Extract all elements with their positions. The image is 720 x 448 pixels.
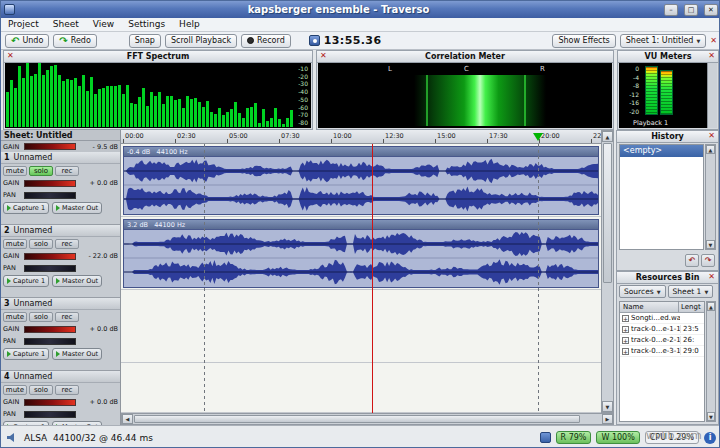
track-lane-3[interactable] <box>121 290 601 363</box>
solo-button[interactable]: solo <box>29 312 53 322</box>
window-titlebar[interactable]: kapsberger ensemble - Traverso – □ ✕ <box>1 1 720 18</box>
track-title-bar[interactable]: 3 Unnamed <box>1 298 120 310</box>
expander-icon[interactable]: + <box>622 326 629 333</box>
audio-clip[interactable]: 3.2 dB 44100 Hz <box>123 219 599 288</box>
rec-button[interactable]: rec <box>55 312 79 322</box>
scroll-up-icon[interactable]: ▲ <box>707 302 715 311</box>
record-button[interactable]: Record <box>241 34 291 48</box>
resources-scrollbar[interactable]: ▲ ▼ <box>706 301 716 422</box>
vertical-scroll-thumb[interactable] <box>603 143 612 283</box>
track-header-panel[interactable]: 3 Unnamed mute solo rec GAIN + 0.0 dB PA… <box>1 298 120 371</box>
expander-icon[interactable]: + <box>622 348 629 355</box>
undo-button[interactable]: ↶ Undo <box>5 34 49 48</box>
track-lane-1[interactable]: -0.4 dB 44100 Hz <box>121 144 601 217</box>
close-button[interactable]: ✕ <box>704 4 718 16</box>
correlation-close-icon[interactable]: ✕ <box>320 52 327 60</box>
output-bus-button[interactable]: Master Out <box>52 275 102 287</box>
scroll-down-icon[interactable]: ▼ <box>707 412 715 421</box>
history-panel-titlebar[interactable]: History ✕ <box>617 131 718 143</box>
pan-slider[interactable] <box>24 338 76 345</box>
rec-button[interactable]: rec <box>55 385 79 395</box>
rec-button[interactable]: rec <box>55 239 79 249</box>
minimize-button[interactable]: – <box>664 4 678 16</box>
scroll-down-icon[interactable]: ▼ <box>706 240 715 249</box>
maximize-button[interactable]: □ <box>684 4 698 16</box>
resources-panel-titlebar[interactable]: Resources Bin ✕ <box>617 272 718 284</box>
play-start-marker-icon[interactable] <box>533 133 543 141</box>
resources-close-icon[interactable]: ✕ <box>708 273 715 281</box>
tracks-vertical-scrollbar[interactable]: ▲ ▼ <box>601 130 614 413</box>
sheet-dropdown[interactable]: Sheet 1 ▼ <box>668 285 714 298</box>
resource-row[interactable]: + track-0...e-2-118 26: <box>620 335 704 346</box>
scroll-up-icon[interactable]: ▲ <box>706 145 715 154</box>
playhead-cursor[interactable] <box>372 144 373 413</box>
track-header-panel[interactable]: 4 Unnamed mute solo rec GAIN + 0.0 dB PA… <box>1 371 120 425</box>
history-list[interactable]: <empty> <box>619 144 704 250</box>
track-title-bar[interactable]: 1 Unnamed <box>1 152 120 164</box>
solo-button[interactable]: solo <box>29 166 53 176</box>
info-icon[interactable]: i <box>704 432 716 444</box>
resource-row[interactable]: + Songti...ed.wav <box>620 313 704 324</box>
history-scrollbar[interactable]: ▲ ▼ <box>705 144 716 250</box>
sheet-gain-slider[interactable] <box>24 143 76 150</box>
redo-button[interactable]: ↷ Redo <box>53 34 96 48</box>
show-effects-button[interactable]: Show Effects <box>552 34 615 48</box>
vu-scrollbar[interactable] <box>707 63 717 128</box>
input-bus-button[interactable]: Capture 1 <box>3 202 49 214</box>
scroll-up-icon[interactable]: ▲ <box>602 131 613 142</box>
rec-button[interactable]: rec <box>55 166 79 176</box>
menu-item-project[interactable]: Project <box>1 18 46 31</box>
sheet-selector[interactable]: Sheet 1: Untitled ▼ <box>620 34 707 48</box>
menu-item-sheet[interactable]: Sheet <box>46 18 86 31</box>
track-lane-4[interactable] <box>121 363 601 413</box>
correlation-panel-titlebar[interactable]: ✕ Correlation Meter <box>317 51 613 63</box>
gain-slider[interactable] <box>24 399 76 406</box>
scroll-playback-button[interactable]: Scroll Playback <box>165 34 237 48</box>
gain-slider[interactable] <box>24 326 76 333</box>
resources-table[interactable]: Name Lengt + Songti...ed.wav + track-0..… <box>619 301 705 422</box>
menu-item-settings[interactable]: Settings <box>121 18 172 31</box>
track-header-panel[interactable]: 1 Unnamed mute solo rec GAIN + 0.0 dB PA… <box>1 152 120 225</box>
input-bus-button[interactable]: Capture 1 <box>3 275 49 287</box>
input-bus-button[interactable]: Capture 1 <box>3 348 49 360</box>
pan-slider[interactable] <box>24 265 76 272</box>
scroll-down-icon[interactable]: ▼ <box>602 401 613 412</box>
history-item[interactable]: <empty> <box>620 145 703 157</box>
scroll-right-icon[interactable]: ▶ <box>602 414 613 424</box>
pan-slider[interactable] <box>24 411 76 418</box>
solo-button[interactable]: solo <box>29 239 53 249</box>
output-bus-button[interactable]: Master Out <box>52 348 102 360</box>
timeline-ruler[interactable]: 00:0002:3005:0007:3010:0012:3015:0017:30… <box>121 130 601 144</box>
audio-clip[interactable]: -0.4 dB 44100 Hz <box>123 146 599 215</box>
resource-row[interactable]: + track-0...e-3-118 29:0 <box>620 346 704 357</box>
solo-button[interactable]: solo <box>29 385 53 395</box>
track-header-panel[interactable]: 2 Unnamed mute solo rec GAIN - 22.0 dB P… <box>1 225 120 298</box>
history-close-icon[interactable]: ✕ <box>708 132 715 140</box>
history-redo-button[interactable]: ↷ <box>701 254 715 267</box>
vu-close-icon[interactable]: ✕ <box>708 52 715 60</box>
horizontal-scroll-thumb[interactable] <box>134 415 580 423</box>
track-lanes[interactable]: -0.4 dB 44100 Hz3.2 dB 44100 Hz <box>121 144 601 413</box>
column-header-name[interactable]: Name <box>620 302 678 312</box>
output-bus-button[interactable]: Master Out <box>52 202 102 214</box>
mute-button[interactable]: mute <box>3 385 27 395</box>
scroll-left-icon[interactable]: ◀ <box>122 414 133 424</box>
menu-item-help[interactable]: Help <box>172 18 207 31</box>
expander-icon[interactable]: + <box>622 337 629 344</box>
expander-icon[interactable]: + <box>622 315 629 322</box>
menu-item-view[interactable]: View <box>86 18 121 31</box>
sources-dropdown[interactable]: Sources ▼ <box>619 285 666 298</box>
gain-slider[interactable] <box>24 253 76 260</box>
track-title-bar[interactable]: 4 Unnamed <box>1 371 120 383</box>
mute-button[interactable]: mute <box>3 166 27 176</box>
track-lane-2[interactable]: 3.2 dB 44100 Hz <box>121 217 601 290</box>
resource-row[interactable]: + track-0...e-1-118 23:5 <box>620 324 704 335</box>
history-undo-button[interactable]: ↶ <box>685 254 699 267</box>
vu-panel-titlebar[interactable]: VU Meters ✕ <box>618 51 718 63</box>
mute-button[interactable]: mute <box>3 239 27 249</box>
fft-close-icon[interactable]: ✕ <box>7 52 14 60</box>
toolbar-close-icon[interactable]: ✕ <box>710 37 717 45</box>
gain-slider[interactable] <box>24 180 76 187</box>
track-title-bar[interactable]: 2 Unnamed <box>1 225 120 237</box>
pan-slider[interactable] <box>24 192 76 199</box>
